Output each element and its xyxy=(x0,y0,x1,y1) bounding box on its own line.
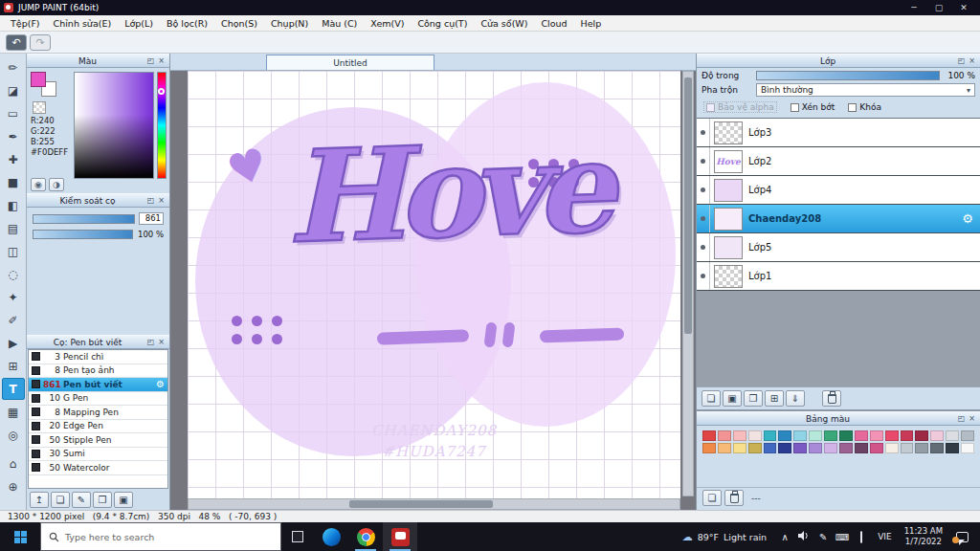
panel-close-icon[interactable]: × xyxy=(967,414,977,423)
color-slider-button[interactable]: ◑ xyxy=(49,178,64,191)
gear-icon[interactable]: ⚙ xyxy=(962,211,973,226)
palette-swatch[interactable] xyxy=(778,430,791,441)
brush-item-selected[interactable]: 861 Pen bút viết ⚙ xyxy=(29,378,167,392)
popout-icon[interactable]: ◰ xyxy=(145,56,156,65)
menu-tools[interactable]: Công cụ(T) xyxy=(411,18,474,29)
panel-close-icon[interactable]: × xyxy=(967,56,977,65)
undo-button[interactable]: ↶ xyxy=(6,34,27,51)
brush-item[interactable]: 8 Mapping Pen xyxy=(29,406,167,420)
palette-swatch[interactable] xyxy=(748,430,762,441)
drawing-canvas[interactable]: ♥ Hove CHAENDAY208 xyxy=(188,71,680,498)
layer-visibility-toggle[interactable] xyxy=(697,262,710,290)
layer-visibility-toggle[interactable] xyxy=(697,119,710,146)
frame-tool[interactable]: ▦ xyxy=(2,401,25,423)
brush-opacity-slider[interactable] xyxy=(33,230,133,239)
dip-pen-tool[interactable]: ✒ xyxy=(2,125,25,147)
bucket-tool[interactable]: ◧ xyxy=(2,194,25,216)
select-tool[interactable]: ◫ xyxy=(2,240,25,262)
palette-swatch[interactable] xyxy=(718,430,731,441)
palette-swatch[interactable] xyxy=(839,443,853,453)
task-view-button[interactable] xyxy=(281,522,314,551)
display-icon[interactable] xyxy=(852,532,871,542)
brush-size-value[interactable]: 861 xyxy=(139,212,164,225)
palette-swatch[interactable] xyxy=(961,443,974,453)
layer-row[interactable]: Hove Lớp2 xyxy=(697,147,980,176)
add-swatch-button[interactable]: ❏ xyxy=(702,490,722,506)
palette-swatch[interactable] xyxy=(733,430,746,441)
panel-close-icon[interactable]: × xyxy=(156,56,167,65)
palette-swatch[interactable] xyxy=(809,430,822,441)
duplicate-brush-button[interactable]: ❐ xyxy=(93,492,112,508)
palette-swatch[interactable] xyxy=(824,443,837,453)
palette-swatch[interactable] xyxy=(946,430,959,441)
layer-visibility-toggle[interactable] xyxy=(697,147,710,175)
maximize-button[interactable]: ▢ xyxy=(926,3,951,12)
palette-swatch[interactable] xyxy=(733,443,746,453)
protect-alpha-checkbox[interactable]: Bảo vệ alpha xyxy=(703,101,777,113)
close-button[interactable]: ✕ xyxy=(951,3,976,12)
add-layer-button[interactable]: ❏ xyxy=(702,390,721,407)
menu-edit[interactable]: Chỉnh sửa(E) xyxy=(47,18,119,29)
popout-icon[interactable]: ◰ xyxy=(956,56,967,65)
palette-swatch[interactable] xyxy=(764,430,777,441)
palette-swatch[interactable] xyxy=(718,443,731,453)
operation-tool[interactable]: ▶ xyxy=(2,332,25,354)
palette-swatch[interactable] xyxy=(946,443,959,453)
palette-swatch[interactable] xyxy=(764,443,777,453)
menu-capture[interactable]: Chụp(N) xyxy=(264,18,315,29)
blend-mode-dropdown[interactable]: Bình thường ▾ xyxy=(756,83,975,97)
saturation-value-box[interactable] xyxy=(74,72,154,179)
palette-swatch[interactable] xyxy=(930,430,944,441)
hue-indicator[interactable] xyxy=(158,88,165,95)
menu-file[interactable]: Tệp(F) xyxy=(4,18,47,29)
layer-visibility-toggle[interactable] xyxy=(697,176,710,204)
home-tool[interactable]: ⌂ xyxy=(2,452,25,474)
menu-filter[interactable]: Bộ lọc(R) xyxy=(160,18,214,29)
layer-visibility-toggle[interactable] xyxy=(697,233,710,261)
divide-tool[interactable]: ⊞ xyxy=(2,355,25,377)
palette-swatch[interactable] xyxy=(870,443,883,453)
lock-checkbox[interactable]: Khóa xyxy=(848,102,881,112)
select-pen-tool[interactable]: ✐ xyxy=(2,309,25,331)
hue-bar[interactable] xyxy=(157,72,167,179)
palette-swatch[interactable] xyxy=(793,443,807,453)
palette-swatch[interactable] xyxy=(824,430,837,441)
pen-settings-icon[interactable]: ✎ xyxy=(813,532,833,542)
menu-window[interactable]: Cửa sổ(W) xyxy=(474,18,534,29)
palette-swatch[interactable] xyxy=(885,443,899,453)
menu-cloud[interactable]: Cloud xyxy=(534,18,573,29)
edit-brush-button[interactable]: ✎ xyxy=(72,492,91,508)
jump-paint-taskbar-button[interactable] xyxy=(383,522,417,551)
palette-swatch[interactable] xyxy=(901,430,914,441)
vertical-scroll-thumb[interactable] xyxy=(684,77,692,334)
fill-rect-tool[interactable]: ■ xyxy=(2,171,25,193)
popout-icon[interactable]: ◰ xyxy=(956,414,967,423)
palette-swatch[interactable] xyxy=(915,443,928,453)
touch-keyboard-icon[interactable]: ⌨ xyxy=(833,532,852,542)
redo-button[interactable]: ↷ xyxy=(30,34,51,51)
palette-swatch[interactable] xyxy=(793,430,807,441)
layer-opacity-slider[interactable] xyxy=(756,71,940,80)
text-tool[interactable]: T xyxy=(2,378,25,400)
brush-item[interactable]: 50 Stipple Pen xyxy=(29,433,167,448)
action-center-button[interactable] xyxy=(948,532,975,542)
clipping-checkbox[interactable]: Xén bớt xyxy=(791,102,835,112)
palette-swatch[interactable] xyxy=(702,430,716,441)
language-indicator[interactable]: VIE xyxy=(871,532,899,541)
layer-grid-button[interactable]: ⊞ xyxy=(765,390,784,407)
brush-up-button[interactable]: ↥ xyxy=(30,492,49,508)
brush-item[interactable]: 50 Watercolor xyxy=(29,461,167,475)
show-hidden-icons-button[interactable]: ∧ xyxy=(775,532,794,542)
horizontal-scrollbar[interactable] xyxy=(188,498,680,510)
taskbar-search-input[interactable]: Type here to search xyxy=(40,522,281,551)
brush-size-slider[interactable] xyxy=(33,214,135,224)
menu-layer[interactable]: Lớp(L) xyxy=(118,18,160,29)
add-folder-button[interactable]: ▣ xyxy=(723,390,742,407)
brush-folder-button[interactable]: ▣ xyxy=(114,492,133,508)
start-button[interactable] xyxy=(0,522,40,551)
palette-swatch[interactable] xyxy=(839,430,853,441)
popout-icon[interactable]: ◰ xyxy=(145,338,156,346)
palette-swatch[interactable] xyxy=(930,443,944,453)
duplicate-layer-button[interactable]: ❐ xyxy=(744,390,763,407)
palette-swatch[interactable] xyxy=(901,443,914,453)
